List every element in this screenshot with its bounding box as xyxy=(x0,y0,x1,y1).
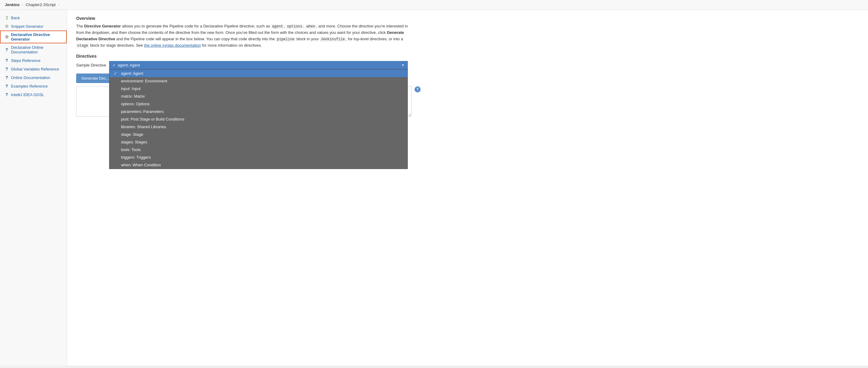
code-pipeline: pipeline xyxy=(276,37,296,42)
dropdown-selected[interactable]: ✓agent: Agent ▼ xyxy=(109,61,408,69)
code-when: when xyxy=(305,24,316,29)
option-agent-label: agent: Agent xyxy=(121,71,143,76)
option-libraries-label: libraries: Shared Libraries xyxy=(121,124,166,129)
code-stage: stage xyxy=(76,43,89,48)
option-environment-label: environment: Environment xyxy=(121,79,167,83)
dropdown-arrow-icon: ▼ xyxy=(401,63,404,67)
dropdown-wrapper: ✓agent: Agent ▼ ✓ agent: Agent environme… xyxy=(109,61,408,69)
question-icon-doc: ? xyxy=(4,47,9,52)
gear-icon-snippet: ⚙ xyxy=(4,24,9,29)
sidebar-item-global-label: Global Variables Reference xyxy=(11,67,59,72)
option-input-label: input: Input xyxy=(121,86,141,91)
sidebar: ⇧ Back ⚙ Snippet Generator ⚙ Declarative… xyxy=(0,10,67,366)
main-layout: ⇧ Back ⚙ Snippet Generator ⚙ Declarative… xyxy=(0,10,868,366)
sidebar-item-back[interactable]: ⇧ Back xyxy=(0,13,67,22)
check-stage-icon xyxy=(114,132,119,137)
dropdown-selected-text: agent: Agent xyxy=(118,63,140,67)
dropdown-option-libraries[interactable]: libraries: Shared Libraries xyxy=(110,123,407,131)
sidebar-item-examples-label: Examples Reference xyxy=(11,84,48,88)
option-when-label: when: When Condition xyxy=(121,163,161,167)
code-options: options xyxy=(286,24,303,29)
option-stage-label: stage: Stage xyxy=(121,132,143,137)
topbar-jenkins-label[interactable]: Jenkins xyxy=(5,2,20,7)
overview-mid4: block in your xyxy=(295,37,320,41)
option-triggers-label: triggers: Triggers xyxy=(121,155,151,160)
gear-icon-declarative: ⚙ xyxy=(4,34,9,39)
option-tools-label: tools: Tools xyxy=(121,147,141,152)
option-parameters-label: parameters: Parameters xyxy=(121,109,164,114)
overview-mid1: allows you to generate the Pipeline code… xyxy=(121,24,271,28)
dropdown-option-triggers[interactable]: triggers: Triggers xyxy=(110,153,407,161)
question-icon-examples: ? xyxy=(4,84,9,88)
sidebar-item-back-label: Back xyxy=(11,16,20,20)
check-parameters-icon xyxy=(114,109,119,114)
sidebar-item-global-variables-reference[interactable]: ? Global Variables Reference xyxy=(0,65,67,73)
check-environment-icon xyxy=(114,79,119,83)
sidebar-item-declarative-label: Declarative Directive Generator xyxy=(11,32,62,41)
overview-mid6: block for stage directives. See xyxy=(89,43,144,48)
checkmark-icon: ✓ xyxy=(113,63,116,67)
back-icon: ⇧ xyxy=(4,15,9,20)
question-icon-intellij: ? xyxy=(4,92,9,97)
topbar-arrow-1: › xyxy=(22,3,23,7)
overview-title: Overview xyxy=(76,16,859,21)
sidebar-item-doc-label: Declarative Online Documentation xyxy=(11,45,62,54)
overview-intro: The xyxy=(76,24,84,28)
sidebar-item-steps-reference[interactable]: ? Steps Reference xyxy=(0,56,67,65)
sidebar-item-snippet-generator[interactable]: ⚙ Snippet Generator xyxy=(0,22,67,30)
dropdown-option-environment[interactable]: environment: Environment xyxy=(110,77,407,85)
directives-section: Directives Sample Directive ✓agent: Agen… xyxy=(76,54,859,117)
overview-end: for more information on directives. xyxy=(201,43,262,48)
sample-directive-row: Sample Directive ✓agent: Agent ▼ ✓ agent… xyxy=(76,61,411,69)
dropdown-option-input[interactable]: input: Input xyxy=(110,85,407,92)
check-tools-icon xyxy=(114,147,119,152)
sidebar-item-online-label: Online Documentation xyxy=(11,75,50,80)
dropdown-option-parameters[interactable]: parameters: Parameters xyxy=(110,108,407,115)
dropdown-menu: ✓ agent: Agent environment: Environment … xyxy=(109,69,408,169)
dropdown-option-options[interactable]: options: Options xyxy=(110,100,407,108)
option-post-label: post: Post Stage or Build Conditions xyxy=(121,117,184,121)
sample-directive-label: Sample Directive xyxy=(76,63,106,67)
dropdown-option-stage[interactable]: stage: Stage xyxy=(110,131,407,138)
sidebar-item-intellij-label: IntelliJ IDEA GDSL xyxy=(11,92,44,97)
question-icon-steps: ? xyxy=(4,58,9,63)
question-icon-global: ? xyxy=(4,66,9,72)
topbar-arrow-2: › xyxy=(58,3,59,7)
option-stages-label: stages: Stages xyxy=(121,140,147,144)
dropdown-option-matrix[interactable]: matrix: Matrix xyxy=(110,92,407,100)
sidebar-item-examples-reference[interactable]: ? Examples Reference xyxy=(0,82,67,90)
check-libraries-icon xyxy=(114,124,119,129)
option-options-label: options: Options xyxy=(121,102,150,106)
dropdown-option-agent[interactable]: ✓ agent: Agent xyxy=(110,69,407,77)
overview-mid3: and the Pipeline code will appear in the… xyxy=(115,37,276,41)
dropdown-option-post[interactable]: post: Post Stage or Build Conditions xyxy=(110,115,407,123)
check-matrix-icon xyxy=(114,94,119,98)
dropdown-option-tools[interactable]: tools: Tools xyxy=(110,146,407,153)
directive-generator-bold: Directive Generator xyxy=(84,24,121,28)
check-options-icon xyxy=(114,102,119,106)
option-matrix-label: matrix: Matrix xyxy=(121,94,145,98)
sidebar-item-steps-label: Steps Reference xyxy=(11,58,40,63)
question-icon-online: ? xyxy=(4,75,9,80)
overview-mid5: , for top-level directives, or into a xyxy=(346,37,403,41)
dropdown-option-when[interactable]: when: When Condition xyxy=(110,161,407,169)
overview-text: The Directive Generator allows you to ge… xyxy=(76,23,411,49)
sidebar-item-intellij-gdsl[interactable]: ? IntelliJ IDEA GDSL xyxy=(0,90,67,99)
help-icon-dropdown[interactable]: ? xyxy=(414,86,421,92)
code-jenkinsfile: Jenkinsfile xyxy=(320,37,346,42)
sidebar-item-declarative-directive-generator[interactable]: ⚙ Declarative Directive Generator xyxy=(0,30,67,43)
sidebar-item-snippet-label: Snippet Generator xyxy=(11,24,43,29)
check-stages-icon xyxy=(114,140,119,144)
generate-button[interactable]: Generate Dec... xyxy=(76,74,115,83)
check-post-icon xyxy=(114,117,119,121)
online-syntax-link[interactable]: the online syntax documentation xyxy=(144,43,201,48)
code-agent: agent xyxy=(271,24,284,29)
sidebar-item-online-documentation[interactable]: ? Online Documentation xyxy=(0,73,67,82)
check-triggers-icon xyxy=(114,155,119,160)
content-area: Overview The Directive Generator allows … xyxy=(67,10,868,366)
check-input-icon xyxy=(114,86,119,91)
sidebar-item-declarative-online-documentation[interactable]: ? Declarative Online Documentation xyxy=(0,43,67,56)
check-agent-icon: ✓ xyxy=(114,71,119,76)
topbar-chapter-label[interactable]: Chapter2-3Script xyxy=(26,2,56,7)
dropdown-option-stages[interactable]: stages: Stages xyxy=(110,138,407,146)
